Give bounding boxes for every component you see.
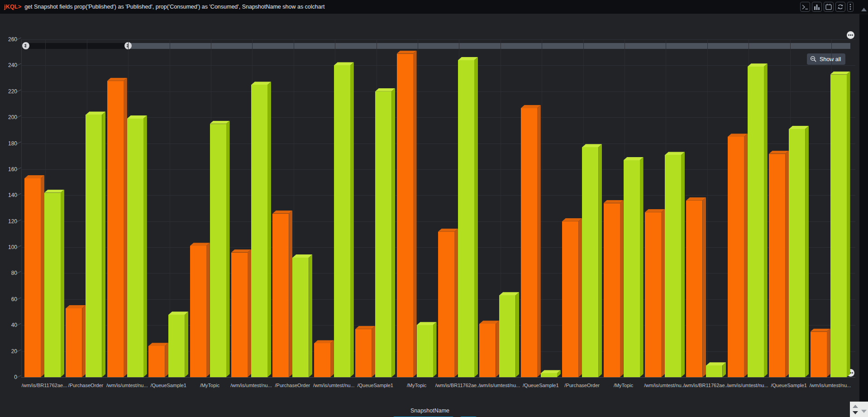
consumed-bar[interactable] xyxy=(811,332,827,377)
published-bar-side xyxy=(433,322,437,377)
consumed-bar-side xyxy=(413,51,417,377)
published-bar[interactable] xyxy=(292,258,309,377)
consumed-bar[interactable] xyxy=(355,329,372,377)
consumed-bar-side xyxy=(744,134,748,377)
scroll-up-button[interactable] xyxy=(853,405,858,408)
consumed-bar-side xyxy=(454,229,458,377)
consumed-bar[interactable] xyxy=(521,108,537,377)
published-bar[interactable] xyxy=(582,147,598,377)
consumed-bar[interactable] xyxy=(604,203,620,377)
consumed-bar-side xyxy=(165,343,168,377)
y-axis-tick xyxy=(17,271,21,273)
published-bar[interactable] xyxy=(458,60,474,377)
published-bar[interactable] xyxy=(127,119,143,377)
published-bar[interactable] xyxy=(665,155,681,377)
y-tick-label: 100 xyxy=(2,244,17,250)
published-bar[interactable] xyxy=(706,365,722,377)
calendar-button[interactable] xyxy=(824,2,834,12)
y-tick-label: 120 xyxy=(2,218,17,225)
consumed-bar[interactable] xyxy=(645,212,661,377)
consumed-bar-side xyxy=(124,78,127,377)
app-window: jKQL> get Snapshot fields prop('Publishe… xyxy=(0,0,868,417)
consumed-bar[interactable] xyxy=(438,232,454,377)
published-bar[interactable] xyxy=(210,124,226,377)
scrollbar-corner xyxy=(850,402,868,417)
consumed-bar[interactable] xyxy=(24,178,41,377)
bar-chart-icon xyxy=(814,4,820,10)
consumed-bar-side xyxy=(661,209,665,377)
y-axis-tick xyxy=(17,245,21,248)
published-bar-side xyxy=(267,81,271,377)
y-axis-tick xyxy=(17,141,21,144)
y-axis-tick xyxy=(17,63,21,66)
y-axis-tick xyxy=(17,349,21,351)
consumed-bar[interactable] xyxy=(479,324,496,377)
published-bar[interactable] xyxy=(830,75,847,377)
y-tick-label: 40 xyxy=(2,322,17,328)
x-axis-line xyxy=(21,377,855,378)
x-tick-label: /wm/is/umtest/nu... xyxy=(740,383,868,388)
published-bar-side xyxy=(681,152,685,377)
published-bar[interactable] xyxy=(251,85,267,377)
published-bar[interactable] xyxy=(624,160,640,377)
vertical-scrollbar[interactable] xyxy=(859,14,868,402)
consumed-bar[interactable] xyxy=(769,154,785,377)
terminal-button[interactable] xyxy=(800,2,810,12)
y-tick-label: 140 xyxy=(2,192,17,198)
column-chart[interactable]: 020406080100120140160180200220240260/wm/… xyxy=(0,14,859,417)
consumed-bar[interactable] xyxy=(314,343,330,377)
y-tick-label: 20 xyxy=(2,348,17,355)
consumed-bar-side xyxy=(827,329,830,377)
consumed-bar[interactable] xyxy=(66,308,82,377)
y-tick-label: 200 xyxy=(2,114,17,120)
horizontal-gridline xyxy=(21,91,855,92)
query-input[interactable]: get Snapshot fields prop('Published') as… xyxy=(24,4,324,10)
published-bar[interactable] xyxy=(168,315,185,377)
published-bar[interactable] xyxy=(748,67,764,377)
consumed-bar[interactable] xyxy=(686,201,702,377)
published-bar[interactable] xyxy=(375,91,391,377)
scroll-up-arrow[interactable] xyxy=(861,8,867,11)
consumed-bar-side xyxy=(537,105,541,377)
published-bar[interactable] xyxy=(86,115,102,377)
consumed-bar-side xyxy=(330,340,334,377)
horizontal-gridline xyxy=(21,39,855,40)
jkql-prompt: jKQL> xyxy=(4,4,21,10)
published-bar-side xyxy=(226,121,230,377)
published-bar-side xyxy=(61,190,64,377)
consumed-bar[interactable] xyxy=(148,346,165,377)
kebab-menu-button[interactable] xyxy=(847,2,854,12)
y-axis-tick xyxy=(17,38,21,40)
published-bar-side xyxy=(102,111,105,377)
consumed-bar[interactable] xyxy=(190,246,206,377)
consumed-bar[interactable] xyxy=(272,214,289,377)
calendar-icon xyxy=(825,4,832,10)
published-bar[interactable] xyxy=(334,65,350,377)
consumed-bar-side xyxy=(41,175,44,377)
published-bar-side xyxy=(515,292,519,377)
consumed-bar[interactable] xyxy=(107,81,124,377)
scroll-down-button[interactable] xyxy=(853,411,858,414)
y-tick-label: 180 xyxy=(2,140,17,147)
published-bar[interactable] xyxy=(44,193,61,377)
consumed-bar-side xyxy=(620,200,624,377)
vertical-gridline xyxy=(707,39,708,377)
published-bar-side xyxy=(805,126,809,377)
y-axis-tick xyxy=(17,297,21,300)
chart-panel: Show all 0204060801001201401601802002202… xyxy=(0,14,868,417)
consumed-bar[interactable] xyxy=(231,253,248,377)
published-bar[interactable] xyxy=(417,325,433,377)
consumed-bar[interactable] xyxy=(728,137,744,377)
vertical-gridline xyxy=(542,39,542,377)
published-bar[interactable] xyxy=(541,373,557,377)
scroll-down-button-2[interactable] xyxy=(861,410,867,413)
published-bar[interactable] xyxy=(789,129,805,377)
consumed-bar[interactable] xyxy=(562,221,578,377)
published-bar[interactable] xyxy=(499,295,515,377)
published-bar-side xyxy=(847,72,850,377)
bar-chart-button[interactable] xyxy=(812,2,822,12)
refresh-button[interactable] xyxy=(835,2,845,12)
y-axis-tick xyxy=(17,375,21,378)
y-axis-tick xyxy=(17,220,21,222)
consumed-bar[interactable] xyxy=(397,54,413,377)
